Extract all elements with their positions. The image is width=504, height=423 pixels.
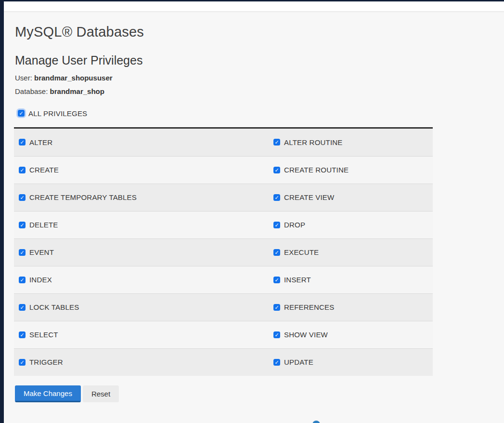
checkmark-icon: ✓ [20, 277, 24, 283]
privilege-checkbox-checked[interactable]: ✓ [273, 139, 280, 145]
table-row: ✓ EVENT ✓ EXECUTE [14, 238, 433, 266]
checkmark-icon: ✓ [20, 304, 24, 311]
make-changes-button[interactable]: Make Changes [15, 385, 81, 402]
all-privileges-checkbox-checked[interactable]: ✓ [18, 110, 25, 117]
checkmark-icon: ✓ [274, 249, 279, 256]
privilege-label: SHOW VIEW [284, 330, 328, 339]
checkmark-icon: ✓ [20, 222, 24, 228]
privilege-item[interactable]: ✓ INDEX [19, 276, 273, 284]
privilege-checkbox-checked[interactable]: ✓ [19, 331, 26, 338]
user-label: User: [15, 74, 32, 82]
table-row: ✓ LOCK TABLES ✓ REFERENCES [14, 293, 433, 321]
privilege-label: ALTER ROUTINE [284, 138, 343, 146]
privilege-item[interactable]: ✓ REFERENCES [273, 303, 433, 311]
table-row: ✓ INDEX ✓ INSERT [14, 266, 433, 293]
table-row: ✓ ALTER ✓ ALTER ROUTINE [14, 129, 433, 156]
main-content: MySQL® Databases Manage User Privileges … [4, 12, 504, 423]
privilege-label: LOCK TABLES [29, 303, 79, 311]
database-line: Database: brandmar_shop [15, 87, 504, 95]
all-privileges-row: ✓ ALL PRIVILEGES [18, 108, 504, 118]
collapsed-sidebar-strip[interactable] [0, 0, 4, 423]
privilege-label: CREATE ROUTINE [284, 166, 349, 174]
privilege-item[interactable]: ✓ CREATE ROUTINE [273, 166, 433, 174]
privilege-item[interactable]: ✓ INSERT [273, 276, 433, 284]
form-actions: Make Changes Reset [15, 385, 504, 402]
checkmark-icon: ✓ [274, 277, 279, 283]
checkmark-icon: ✓ [20, 194, 24, 201]
privilege-checkbox-checked[interactable]: ✓ [19, 139, 26, 145]
privilege-label: DROP [284, 221, 305, 229]
privilege-item[interactable]: ✓ CREATE VIEW [273, 193, 433, 201]
privilege-checkbox-checked[interactable]: ✓ [273, 359, 280, 366]
privilege-item[interactable]: ✓ CREATE TEMPORARY TABLES [19, 193, 273, 201]
privilege-label: ALTER [29, 138, 52, 146]
checkmark-icon: ✓ [20, 167, 24, 173]
privilege-checkbox-checked[interactable]: ✓ [273, 194, 280, 201]
section-heading: Manage User Privileges [15, 53, 504, 67]
privilege-item[interactable]: ✓ ALTER [19, 138, 273, 146]
privilege-item[interactable]: ✓ DROP [273, 221, 433, 229]
privilege-checkbox-checked[interactable]: ✓ [19, 222, 26, 228]
privilege-item[interactable]: ✓ EVENT [19, 248, 273, 256]
checkmark-icon: ✓ [20, 249, 24, 256]
privilege-label: UPDATE [284, 358, 313, 366]
privileges-table: ✓ ALTER ✓ ALTER ROUTINE ✓ CREATE ✓ CREAT… [14, 127, 433, 376]
checkmark-icon: ✓ [274, 304, 279, 311]
privilege-item[interactable]: ✓ SHOW VIEW [273, 330, 433, 339]
privilege-label: DELETE [29, 221, 58, 229]
database-value: brandmar_shop [50, 87, 104, 95]
checkmark-icon: ✓ [274, 139, 279, 145]
privilege-checkbox-checked[interactable]: ✓ [19, 194, 26, 201]
privilege-checkbox-checked[interactable]: ✓ [273, 277, 280, 283]
privilege-label: CREATE TEMPORARY TABLES [29, 193, 137, 201]
checkmark-icon: ✓ [274, 222, 279, 228]
privilege-checkbox-checked[interactable]: ✓ [273, 222, 280, 228]
privilege-label: EXECUTE [284, 248, 319, 256]
privilege-label: EVENT [29, 248, 54, 256]
checkmark-icon: ✓ [20, 359, 24, 366]
privilege-item[interactable]: ✓ CREATE [19, 166, 273, 174]
privilege-checkbox-checked[interactable]: ✓ [273, 249, 280, 256]
checkmark-icon: ✓ [274, 167, 279, 173]
privilege-item[interactable]: ✓ EXECUTE [273, 248, 433, 256]
privilege-label: SELECT [29, 330, 58, 339]
privilege-checkbox-checked[interactable]: ✓ [19, 359, 26, 366]
privilege-item[interactable]: ✓ UPDATE [273, 358, 433, 366]
privilege-checkbox-checked[interactable]: ✓ [273, 331, 280, 338]
privilege-item[interactable]: ✓ ALTER ROUTINE [273, 138, 433, 146]
checkmark-icon: ✓ [20, 139, 24, 145]
table-row: ✓ CREATE TEMPORARY TABLES ✓ CREATE VIEW [14, 184, 433, 211]
privilege-label: INDEX [29, 276, 52, 284]
privilege-label: TRIGGER [29, 358, 63, 366]
table-row: ✓ TRIGGER ✓ UPDATE [14, 348, 433, 376]
all-privileges-item[interactable]: ✓ ALL PRIVILEGES [18, 109, 87, 118]
table-row: ✓ CREATE ✓ CREATE ROUTINE [14, 156, 433, 184]
privilege-label: REFERENCES [284, 303, 335, 311]
privilege-checkbox-checked[interactable]: ✓ [19, 304, 26, 311]
privilege-item[interactable]: ✓ TRIGGER [19, 358, 273, 366]
table-row: ✓ DELETE ✓ DROP [14, 211, 433, 238]
privilege-item[interactable]: ✓ DELETE [19, 221, 273, 229]
database-label: Database: [15, 87, 48, 95]
user-line: User: brandmar_shopususer [15, 74, 504, 82]
checkmark-icon: ✓ [274, 194, 279, 201]
privilege-checkbox-checked[interactable]: ✓ [19, 277, 26, 283]
privilege-item[interactable]: ✓ SELECT [19, 330, 273, 339]
checkmark-icon: ✓ [274, 331, 279, 338]
privilege-label: CREATE [29, 166, 59, 174]
privilege-label: INSERT [284, 276, 311, 284]
checkmark-icon: ✓ [274, 359, 279, 366]
table-row: ✓ SELECT ✓ SHOW VIEW [14, 321, 433, 348]
privilege-label: CREATE VIEW [284, 193, 334, 201]
top-navigation-bar [0, 0, 504, 12]
privilege-checkbox-checked[interactable]: ✓ [19, 167, 26, 173]
privilege-checkbox-checked[interactable]: ✓ [273, 167, 280, 173]
page-title: MySQL® Databases [15, 24, 504, 40]
privilege-checkbox-checked[interactable]: ✓ [273, 304, 280, 311]
checkmark-icon: ✓ [20, 331, 24, 338]
all-privileges-label: ALL PRIVILEGES [28, 109, 87, 118]
reset-button[interactable]: Reset [83, 385, 119, 402]
checkmark-icon: ✓ [19, 110, 23, 117]
privilege-checkbox-checked[interactable]: ✓ [19, 249, 26, 256]
privilege-item[interactable]: ✓ LOCK TABLES [19, 303, 273, 311]
